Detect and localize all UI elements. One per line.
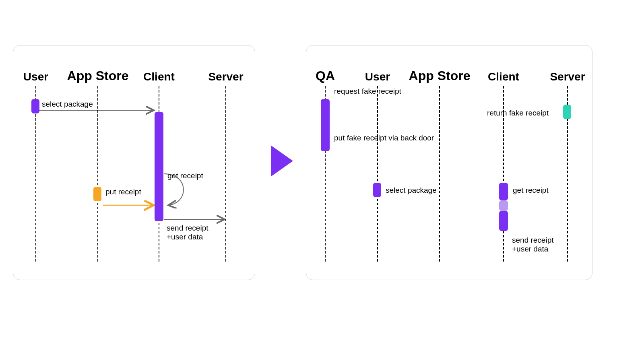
lifeline-server bbox=[225, 86, 226, 262]
lifeline-appstore-r bbox=[439, 86, 440, 262]
actor-client: Client bbox=[143, 70, 175, 83]
msg-put-fake-backdoor: put fake receipt via back door bbox=[334, 134, 434, 142]
actor-client-r: Client bbox=[488, 70, 519, 83]
msg-put-receipt: put receipt bbox=[105, 188, 141, 196]
actor-appstore-r: App Store bbox=[409, 68, 471, 83]
actor-user: User bbox=[23, 70, 48, 83]
bar-user bbox=[31, 99, 39, 113]
msg-return-fake: return fake receipt bbox=[487, 109, 549, 117]
diagram-canvas: User App Store Client Server select pack… bbox=[0, 0, 644, 338]
msg-select-package: select package bbox=[42, 100, 93, 109]
bar-appstore bbox=[93, 187, 101, 201]
msg-request-fake: request fake receipt bbox=[334, 87, 401, 96]
bar-qa bbox=[321, 99, 330, 151]
bar-user-r bbox=[373, 183, 381, 197]
bar-client-r-top bbox=[499, 183, 508, 200]
msg-send-receipt-r: send receipt +user data bbox=[512, 236, 554, 254]
transition-arrow-icon bbox=[271, 146, 293, 176]
msg-select-package-r: select package bbox=[386, 186, 437, 195]
bar-client bbox=[155, 112, 163, 221]
actor-server-r: Server bbox=[550, 70, 585, 83]
bar-client-r-mid bbox=[499, 200, 508, 211]
msg-get-receipt: get receipt bbox=[167, 171, 203, 180]
msg-get-receipt-r: get receipt bbox=[513, 186, 549, 195]
msg-send-receipt: send receipt +user data bbox=[167, 224, 208, 241]
actor-user-r: User bbox=[365, 70, 390, 83]
lifeline-appstore bbox=[97, 86, 98, 262]
bar-server-teal bbox=[563, 105, 571, 119]
actor-qa: QA bbox=[316, 68, 335, 83]
bar-client-r-bot bbox=[499, 211, 508, 231]
actor-appstore: App Store bbox=[67, 68, 129, 83]
lifeline-user-r bbox=[377, 86, 378, 262]
actor-server: Server bbox=[208, 70, 243, 83]
